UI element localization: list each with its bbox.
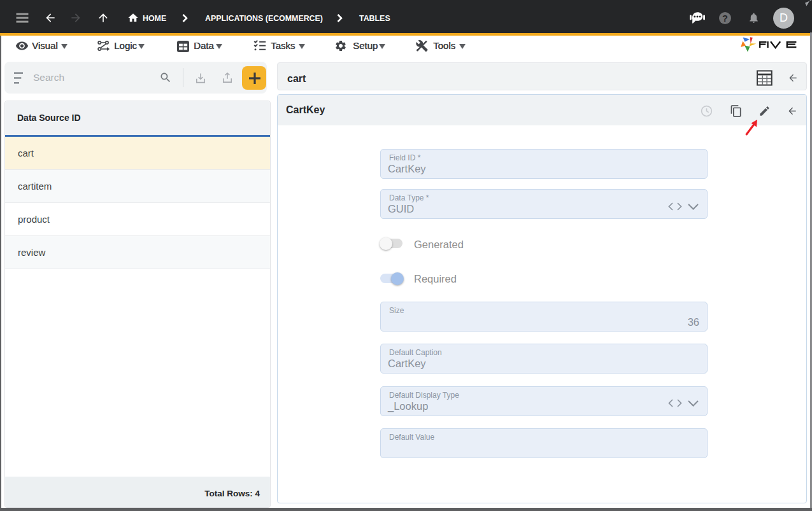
svg-text:?: ? — [722, 13, 728, 23]
